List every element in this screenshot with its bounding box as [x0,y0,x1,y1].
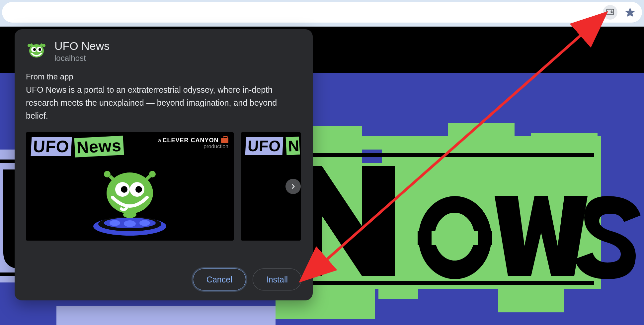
svg-point-31 [124,220,136,227]
install-button-label: Install [266,275,288,284]
screenshot-peek-n: N [286,137,300,155]
screenshot-secondary-wrap: UFO N [241,132,301,241]
svg-point-25 [33,48,36,51]
credit-prefix: a [158,138,161,143]
svg-rect-11 [498,289,564,312]
svg-rect-17 [43,306,56,325]
dialog-header: UFO News localhost [26,40,301,63]
svg-point-39 [121,186,127,193]
svg-point-40 [135,186,142,193]
screenshot-logo: UFO News [31,137,123,156]
dialog-section-label: From the app [26,72,301,81]
screenshot-alien-illustration [87,162,173,238]
carousel-next-button[interactable] [285,179,301,194]
svg-rect-7 [448,123,515,143]
svg-rect-13 [282,281,594,285]
svg-rect-10 [378,289,418,299]
screenshot-peek-logo: UFO N [246,137,299,155]
screenshot-primary[interactable]: UFO News a CLEVER CANYON production [26,132,234,241]
svg-point-30 [110,220,120,226]
dialog-footer: Cancel Install [26,262,301,290]
screenshot-peek-ufo: UFO [245,137,283,155]
bookmark-star-icon [624,6,636,18]
screenshot-news-word: News [74,136,123,158]
svg-rect-16 [43,306,276,325]
svg-point-35 [104,171,111,177]
address-bar [2,2,642,23]
app-icon [26,41,47,62]
install-pwa-icon [605,8,615,17]
svg-rect-12 [282,153,594,157]
dialog-origin: localhost [54,54,110,63]
screenshot-carousel: UFO News a CLEVER CANYON production [26,132,301,241]
install-button[interactable]: Install [253,269,301,290]
dialog-title-block: UFO News localhost [54,40,110,63]
alien-icon [26,41,47,62]
install-pwa-button[interactable] [603,5,617,20]
app-root: UFO News localhost From the app UFO News… [0,0,644,325]
dialog-title: UFO News [54,40,110,52]
svg-rect-15 [432,231,478,245]
svg-rect-8 [531,133,598,150]
screenshot-credit: a CLEVER CANYON production [158,137,228,150]
install-dialog: UFO News localhost From the app UFO News… [15,29,313,300]
chevron-right-icon [290,183,296,190]
credit-brand: CLEVER CANYON [163,137,219,144]
bookmark-button[interactable] [624,6,636,18]
dialog-description: UFO News is a portal to an extraterrestr… [26,83,298,122]
cancel-button[interactable]: Cancel [193,269,246,290]
suitcase-icon [221,138,228,143]
credit-suffix: production [203,144,228,149]
screenshot-ufo-word: UFO [31,137,72,156]
cancel-button-label: Cancel [206,275,232,284]
svg-point-26 [39,48,41,51]
svg-point-32 [139,220,150,226]
svg-point-36 [149,171,156,177]
